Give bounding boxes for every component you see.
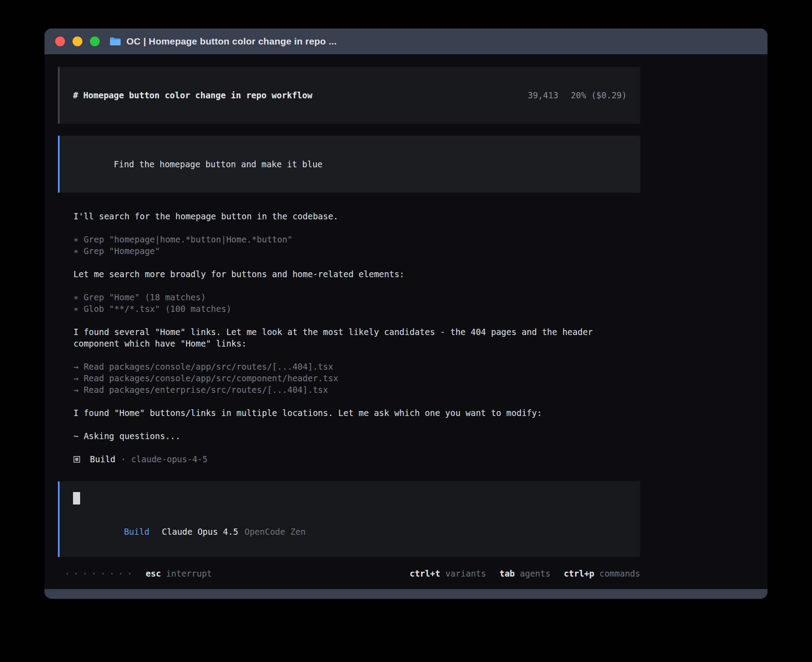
tool-call-grep: ∗ Grep "homepage|home.*button|Home.*butt…: [73, 234, 640, 245]
tool-call-group: ∗ Grep "homepage|home.*button|Home.*butt…: [73, 234, 640, 257]
status-bar: ········ esc interrupt ctrl+t variants t…: [58, 568, 640, 579]
token-count: 39,413: [528, 90, 559, 100]
tool-call-glob: ∗ Glob "**/*.tsx" (100 matches): [73, 303, 640, 315]
tool-call-grep: ∗ Grep "Home" (18 matches): [73, 291, 640, 303]
tool-call-group: ∗ Grep "Home" (18 matches) ∗ Glob "**/*.…: [73, 291, 640, 315]
tool-call-read: → Read packages/console/app/src/routes/[…: [73, 361, 640, 372]
tool-call-read: → Read packages/console/app/src/componen…: [73, 372, 640, 384]
provider-name: OpenCode Zen: [244, 527, 305, 537]
agent-name: Build: [90, 453, 115, 465]
folder-icon: [110, 36, 121, 46]
user-message: Find the homepage button and make it blu…: [58, 136, 640, 193]
assistant-paragraph: I found "Home" buttons/links in multiple…: [73, 407, 637, 419]
esc-key-label: esc: [146, 569, 161, 578]
model-name: Claude Opus 4.5: [162, 527, 239, 537]
prompt-input[interactable]: BuildClaude Opus 4.5OpenCode Zen: [58, 481, 640, 557]
model-info-line: BuildClaude Opus 4.5OpenCode Zen: [73, 514, 627, 549]
tool-call-group: → Read packages/console/app/src/routes/[…: [73, 361, 640, 396]
agent-separator: ·: [121, 453, 126, 465]
session-stats: 39,41320% ($0.29): [477, 78, 627, 113]
zoom-button[interactable]: [90, 36, 100, 46]
tool-call-grep: ∗ Grep "Homepage": [73, 245, 640, 257]
session-header: # Homepage button color change in repo w…: [58, 67, 640, 124]
terminal-window: OC | Homepage button color change in rep…: [45, 28, 767, 599]
minimize-button[interactable]: [73, 36, 82, 46]
interrupt-label: interrupt: [166, 569, 212, 578]
window-title: OC | Homepage button color change in rep…: [126, 36, 337, 47]
interrupt-hint: esc interrupt: [146, 568, 212, 579]
tool-call-read: → Read packages/enterprise/src/routes/[.…: [73, 384, 640, 396]
user-message-text: Find the homepage button and make it blu…: [114, 159, 323, 169]
assistant-paragraph: I'll search for the homepage button in t…: [73, 210, 637, 222]
agent-icon: [73, 456, 80, 463]
working-status: ~ Asking questions...: [73, 430, 640, 442]
shortcut-agents: tab agents: [499, 568, 550, 579]
close-button[interactable]: [55, 36, 65, 46]
shortcut-commands: ctrl+p commands: [564, 568, 640, 579]
agent-attribution: Build · claude-opus-4-5: [73, 453, 640, 465]
session-title: # Homepage button color change in repo w…: [73, 89, 313, 101]
assistant-paragraph: Let me search more broadly for buttons a…: [73, 268, 637, 280]
keyboard-shortcuts: ctrl+t variants tab agents ctrl+p comman…: [410, 568, 640, 579]
spinner-dots: ········: [65, 568, 136, 579]
context-cost: 20% ($0.29): [571, 90, 627, 100]
assistant-paragraph: I found several "Home" links. Let me loo…: [73, 326, 637, 349]
shortcut-variants: ctrl+t variants: [410, 568, 486, 579]
agent-model: claude-opus-4-5: [131, 453, 208, 465]
agent-mode-label: Build: [124, 527, 149, 537]
traffic-lights: [55, 36, 100, 46]
text-cursor: [73, 492, 80, 505]
terminal-content: # Homepage button color change in repo w…: [45, 54, 767, 589]
assistant-response: I'll search for the homepage button in t…: [58, 210, 640, 465]
window-titlebar: OC | Homepage button color change in rep…: [45, 28, 767, 54]
